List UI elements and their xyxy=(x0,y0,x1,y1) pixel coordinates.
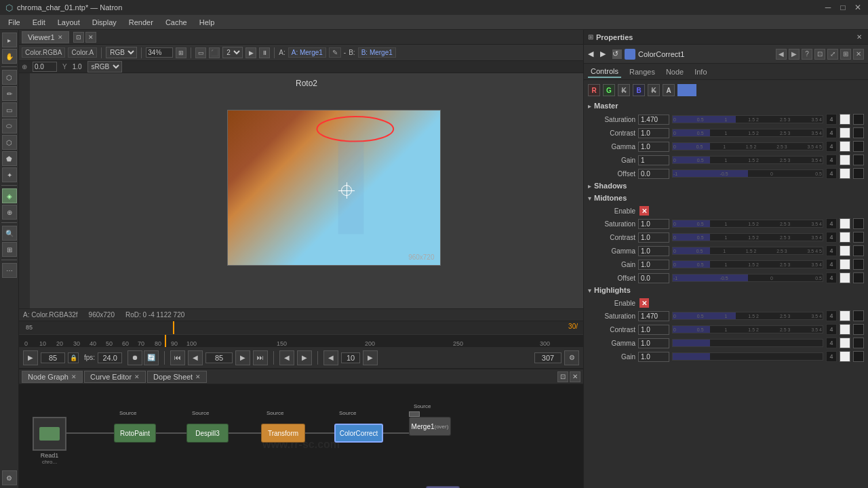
hl-gain-swatch-b[interactable] xyxy=(853,351,864,362)
tab-controls[interactable]: Controls xyxy=(588,66,621,78)
prev-frame-btn[interactable]: ◀ xyxy=(188,350,203,365)
tab-node-graph-close[interactable]: ✕ xyxy=(71,373,77,380)
midtones-off-slider[interactable]: -1 -0.5 0 0.5 xyxy=(672,274,823,282)
master-sat-swatch-b[interactable] xyxy=(853,114,864,125)
color-a[interactable]: Color.A xyxy=(68,47,97,58)
checkerboard-btn[interactable]: ⬛ xyxy=(209,47,220,58)
maximize-button[interactable]: □ xyxy=(838,3,848,12)
master-off-expand[interactable]: 4 xyxy=(826,168,837,179)
highlights-gain-slider[interactable] xyxy=(672,352,823,361)
master-con-swatch-w[interactable] xyxy=(840,127,850,138)
tool-transform[interactable]: ⊕ xyxy=(2,205,17,220)
master-sat-input[interactable] xyxy=(638,115,669,125)
tab-node[interactable]: Node xyxy=(663,66,686,77)
node-help[interactable]: ? xyxy=(802,49,812,60)
viewer-tab-1[interactable]: Viewer1 ✕ xyxy=(22,31,69,43)
midtones-gain-slider[interactable]: 0 0.5 1 1.5 2 2.5 3 3.5 4 xyxy=(672,260,823,268)
channel-k1[interactable]: K xyxy=(618,84,630,96)
node-maximize[interactable]: ⊡ xyxy=(557,371,568,382)
fps-input[interactable] xyxy=(98,352,122,363)
node-colorcorrect[interactable]: ColorCorrect xyxy=(334,424,383,443)
next-key-btn[interactable]: ▶ xyxy=(297,350,312,365)
midtones-sat-slider[interactable]: 0 0.5 1 1.5 2 2.5 3 3.5 4 xyxy=(672,220,823,228)
hl-con-expand[interactable]: 4 xyxy=(826,324,837,335)
mt-con-expand[interactable]: 4 xyxy=(826,232,837,243)
midtones-con-slider[interactable]: 0 0.5 1 1.5 2 2.5 3 3.5 4 xyxy=(672,233,823,241)
master-sat-expand[interactable]: 4 xyxy=(826,114,837,125)
next-frame-btn[interactable]: ▶ xyxy=(235,350,250,365)
mt-sat-swatch-w[interactable] xyxy=(840,218,850,229)
master-off-slider[interactable]: -1 -0.5 0 0.5 xyxy=(672,169,823,178)
viewer-canvas[interactable]: www.rr-sc.com Roto2 xyxy=(30,73,583,308)
next-inc-btn[interactable]: ▶ xyxy=(363,350,378,365)
mt-gam-swatch-b[interactable] xyxy=(853,245,864,256)
timeline-settings[interactable]: ⚙ xyxy=(564,350,579,365)
menu-cache[interactable]: Cache xyxy=(160,17,193,28)
tool-brush[interactable]: ✏ xyxy=(2,86,17,101)
mt-sat-expand[interactable]: 4 xyxy=(826,218,837,229)
color-rgba[interactable]: Color.RGBA xyxy=(22,47,65,58)
node-transform[interactable]: Transform xyxy=(261,424,305,443)
mt-gain-swatch-w[interactable] xyxy=(840,259,850,270)
shadows-section-header[interactable]: ▸ Shadows xyxy=(588,182,864,190)
midtones-gam-input[interactable] xyxy=(638,246,669,256)
zoom-input[interactable] xyxy=(146,47,173,58)
hl-gain-expand[interactable]: 4 xyxy=(826,351,837,362)
tool-polygon[interactable]: ⬟ xyxy=(2,151,17,166)
colorspace-select[interactable]: sRGB xyxy=(87,61,122,73)
node-close-btn[interactable]: ✕ xyxy=(853,49,864,60)
highlights-sat-input[interactable] xyxy=(638,311,669,321)
hl-gain-swatch-w[interactable] xyxy=(840,351,850,362)
node-arrow-right[interactable]: ▶ xyxy=(789,49,800,60)
node-reload-btn[interactable]: ↺ xyxy=(612,49,622,59)
hl-con-swatch-b[interactable] xyxy=(853,324,864,335)
master-off-input[interactable] xyxy=(638,169,669,179)
menu-edit[interactable]: Edit xyxy=(27,17,51,28)
total-frames-input[interactable] xyxy=(534,352,561,363)
rgb-select[interactable]: RGB xyxy=(106,47,137,58)
mt-off-swatch-w[interactable] xyxy=(840,272,850,283)
node-despill3[interactable]: Despill3 xyxy=(186,424,229,443)
mt-gam-expand[interactable]: 4 xyxy=(826,245,837,256)
master-con-input[interactable] xyxy=(638,128,669,138)
menu-display[interactable]: Display xyxy=(87,17,122,28)
master-con-slider[interactable]: 0 0.5 1 1.5 2 2.5 3 3.5 4 xyxy=(672,129,823,137)
highlights-gain-input[interactable] xyxy=(638,352,669,362)
channel-a[interactable]: A xyxy=(663,84,675,96)
channel-k2[interactable]: K xyxy=(648,84,660,96)
master-off-swatch-b[interactable] xyxy=(853,168,864,179)
channel-b[interactable]: B xyxy=(633,84,645,96)
hl-gam-swatch-w[interactable] xyxy=(840,338,850,348)
master-con-swatch-b[interactable] xyxy=(853,127,864,138)
node-next-btn[interactable]: ▶ xyxy=(600,49,610,59)
input-a-select[interactable]: A: Merge1 xyxy=(288,47,326,58)
master-gam-swatch-w[interactable] xyxy=(840,141,850,152)
mt-off-swatch-b[interactable] xyxy=(853,272,864,283)
menu-help[interactable]: Help xyxy=(194,17,220,28)
frame-lock[interactable]: 🔒 xyxy=(68,352,79,363)
channel-r[interactable]: R xyxy=(588,84,600,96)
input-a-icon[interactable]: ✎ xyxy=(329,47,341,58)
tool-select[interactable]: ⬡ xyxy=(2,70,17,85)
hl-sat-swatch-w[interactable] xyxy=(840,310,850,321)
master-gam-slider[interactable]: 0 0.5 1 1.5 2 2.5 3 3.5 4 5 xyxy=(672,142,823,150)
play-btn[interactable]: ▶ xyxy=(245,47,256,58)
hl-gam-swatch-b[interactable] xyxy=(853,338,864,348)
node-arrow-left[interactable]: ◀ xyxy=(776,49,787,60)
node-undock[interactable]: ⤢ xyxy=(827,49,838,60)
master-sat-swatch-w[interactable] xyxy=(840,114,850,125)
tool-roto[interactable]: ◈ xyxy=(2,188,17,203)
mt-gain-expand[interactable]: 4 xyxy=(826,259,837,270)
hl-sat-expand[interactable]: 4 xyxy=(826,310,837,321)
record-btn[interactable]: ⏺ xyxy=(127,350,142,365)
goto-end-btn[interactable]: ⏭ xyxy=(253,350,268,365)
tool-bezier[interactable]: ⬡ xyxy=(2,135,17,150)
coord-x[interactable] xyxy=(33,62,57,72)
goto-frame-input[interactable] xyxy=(205,352,233,363)
master-gain-expand[interactable]: 4 xyxy=(826,155,837,165)
play-type-btn[interactable]: ▶ xyxy=(23,350,38,365)
highlights-section-header[interactable]: ▾ Highlights xyxy=(588,286,864,294)
tool-rect[interactable]: ▭ xyxy=(2,102,17,117)
tab-info[interactable]: Info xyxy=(692,66,709,77)
highlights-con-input[interactable] xyxy=(638,325,669,335)
